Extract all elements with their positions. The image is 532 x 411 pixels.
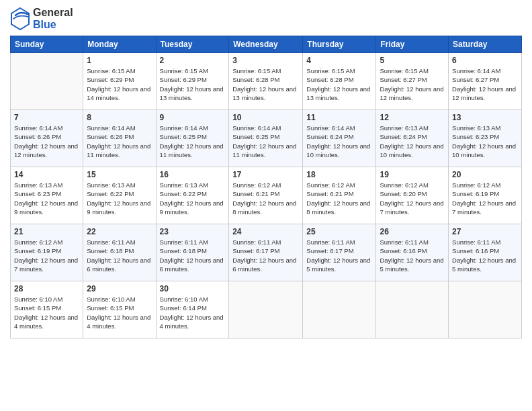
day-number: 9 <box>160 113 226 122</box>
calendar-cell: 24Sunrise: 6:11 AMSunset: 6:17 PMDayligh… <box>229 224 303 281</box>
day-number: 5 <box>380 56 445 65</box>
calendar-header-thursday: Thursday <box>303 36 376 53</box>
day-number: 15 <box>87 170 152 179</box>
day-number: 4 <box>306 56 372 65</box>
day-info: Sunrise: 6:13 AMSunset: 6:22 PMDaylight:… <box>160 181 226 216</box>
day-info: Sunrise: 6:15 AMSunset: 6:29 PMDaylight:… <box>87 66 152 102</box>
calendar-cell: 5Sunrise: 6:15 AMSunset: 6:27 PMDaylight… <box>376 53 449 110</box>
day-info: Sunrise: 6:12 AMSunset: 6:21 PMDaylight:… <box>306 181 372 216</box>
day-number: 28 <box>14 284 79 293</box>
calendar-week-1: 7Sunrise: 6:14 AMSunset: 6:26 PMDaylight… <box>11 110 522 167</box>
day-info: Sunrise: 6:12 AMSunset: 6:21 PMDaylight:… <box>232 181 299 216</box>
calendar-cell: 14Sunrise: 6:13 AMSunset: 6:23 PMDayligh… <box>11 167 83 224</box>
day-info: Sunrise: 6:13 AMSunset: 6:23 PMDaylight:… <box>452 124 518 159</box>
day-info: Sunrise: 6:14 AMSunset: 6:26 PMDaylight:… <box>87 124 152 159</box>
calendar-cell: 9Sunrise: 6:14 AMSunset: 6:25 PMDaylight… <box>156 110 229 167</box>
day-info: Sunrise: 6:13 AMSunset: 6:24 PMDaylight:… <box>380 124 445 159</box>
day-info: Sunrise: 6:10 AMSunset: 6:14 PMDaylight:… <box>160 295 226 330</box>
day-number: 29 <box>87 284 152 293</box>
calendar-cell: 10Sunrise: 6:14 AMSunset: 6:25 PMDayligh… <box>229 110 303 167</box>
day-info: Sunrise: 6:15 AMSunset: 6:27 PMDaylight:… <box>380 66 445 102</box>
day-number: 3 <box>232 56 299 65</box>
day-info: Sunrise: 6:14 AMSunset: 6:26 PMDaylight:… <box>14 124 79 159</box>
day-info: Sunrise: 6:13 AMSunset: 6:22 PMDaylight:… <box>87 181 152 216</box>
calendar-week-0: 1Sunrise: 6:15 AMSunset: 6:29 PMDaylight… <box>11 53 522 110</box>
day-number: 7 <box>14 113 79 122</box>
calendar-cell: 17Sunrise: 6:12 AMSunset: 6:21 PMDayligh… <box>229 167 303 224</box>
day-info: Sunrise: 6:14 AMSunset: 6:25 PMDaylight:… <box>232 124 299 159</box>
logo-general: General <box>33 7 73 18</box>
day-number: 21 <box>14 227 79 236</box>
calendar-cell: 11Sunrise: 6:14 AMSunset: 6:24 PMDayligh… <box>303 110 376 167</box>
calendar-header-saturday: Saturday <box>449 36 522 53</box>
day-number: 16 <box>160 170 226 179</box>
day-info: Sunrise: 6:12 AMSunset: 6:20 PMDaylight:… <box>380 181 445 216</box>
day-info: Sunrise: 6:11 AMSunset: 6:17 PMDaylight:… <box>306 238 372 273</box>
day-number: 26 <box>380 227 445 236</box>
calendar-cell: 6Sunrise: 6:14 AMSunset: 6:27 PMDaylight… <box>449 53 522 110</box>
day-info: Sunrise: 6:14 AMSunset: 6:27 PMDaylight:… <box>452 66 518 102</box>
day-info: Sunrise: 6:12 AMSunset: 6:19 PMDaylight:… <box>14 238 79 273</box>
header: General Blue <box>10 7 522 30</box>
day-number: 23 <box>160 227 226 236</box>
calendar-header-row: SundayMondayTuesdayWednesdayThursdayFrid… <box>11 36 522 53</box>
calendar-cell: 29Sunrise: 6:10 AMSunset: 6:15 PMDayligh… <box>83 281 156 338</box>
day-number: 27 <box>452 227 518 236</box>
calendar-week-3: 21Sunrise: 6:12 AMSunset: 6:19 PMDayligh… <box>11 224 522 281</box>
day-number: 22 <box>87 227 152 236</box>
day-number: 11 <box>306 113 372 122</box>
calendar-cell: 20Sunrise: 6:12 AMSunset: 6:19 PMDayligh… <box>449 167 522 224</box>
calendar-cell: 23Sunrise: 6:11 AMSunset: 6:18 PMDayligh… <box>156 224 229 281</box>
day-info: Sunrise: 6:13 AMSunset: 6:23 PMDaylight:… <box>14 181 79 216</box>
day-number: 14 <box>14 170 79 179</box>
day-number: 6 <box>452 56 518 65</box>
calendar-cell: 7Sunrise: 6:14 AMSunset: 6:26 PMDaylight… <box>11 110 83 167</box>
calendar-cell: 13Sunrise: 6:13 AMSunset: 6:23 PMDayligh… <box>449 110 522 167</box>
calendar-cell: 18Sunrise: 6:12 AMSunset: 6:21 PMDayligh… <box>303 167 376 224</box>
calendar-header-tuesday: Tuesday <box>156 36 229 53</box>
day-info: Sunrise: 6:11 AMSunset: 6:17 PMDaylight:… <box>232 238 299 273</box>
day-info: Sunrise: 6:14 AMSunset: 6:24 PMDaylight:… <box>306 124 372 159</box>
day-info: Sunrise: 6:11 AMSunset: 6:18 PMDaylight:… <box>160 238 226 273</box>
day-info: Sunrise: 6:15 AMSunset: 6:29 PMDaylight:… <box>160 66 226 102</box>
day-number: 8 <box>87 113 152 122</box>
calendar-cell: 16Sunrise: 6:13 AMSunset: 6:22 PMDayligh… <box>156 167 229 224</box>
day-number: 18 <box>306 170 372 179</box>
calendar-week-4: 28Sunrise: 6:10 AMSunset: 6:15 PMDayligh… <box>11 281 522 338</box>
logo: General Blue <box>10 7 73 30</box>
calendar-cell <box>229 281 303 338</box>
calendar-cell: 21Sunrise: 6:12 AMSunset: 6:19 PMDayligh… <box>11 224 83 281</box>
day-info: Sunrise: 6:11 AMSunset: 6:18 PMDaylight:… <box>87 238 152 273</box>
day-info: Sunrise: 6:11 AMSunset: 6:16 PMDaylight:… <box>380 238 445 273</box>
calendar-week-2: 14Sunrise: 6:13 AMSunset: 6:23 PMDayligh… <box>11 167 522 224</box>
day-number: 19 <box>380 170 445 179</box>
calendar-cell: 3Sunrise: 6:15 AMSunset: 6:28 PMDaylight… <box>229 53 303 110</box>
calendar-cell: 12Sunrise: 6:13 AMSunset: 6:24 PMDayligh… <box>376 110 449 167</box>
calendar-cell: 1Sunrise: 6:15 AMSunset: 6:29 PMDaylight… <box>83 53 156 110</box>
day-number: 25 <box>306 227 372 236</box>
day-number: 24 <box>232 227 299 236</box>
calendar-cell: 28Sunrise: 6:10 AMSunset: 6:15 PMDayligh… <box>11 281 83 338</box>
logo-svg <box>10 7 30 30</box>
calendar-header-monday: Monday <box>83 36 156 53</box>
calendar-cell <box>303 281 376 338</box>
calendar-cell: 4Sunrise: 6:15 AMSunset: 6:28 PMDaylight… <box>303 53 376 110</box>
day-info: Sunrise: 6:15 AMSunset: 6:28 PMDaylight:… <box>306 66 372 102</box>
calendar-cell <box>449 281 522 338</box>
logo-text: General Blue <box>33 7 73 30</box>
calendar-cell: 27Sunrise: 6:11 AMSunset: 6:16 PMDayligh… <box>449 224 522 281</box>
calendar-cell <box>11 53 83 110</box>
day-number: 17 <box>232 170 299 179</box>
calendar-cell: 15Sunrise: 6:13 AMSunset: 6:22 PMDayligh… <box>83 167 156 224</box>
calendar-header-wednesday: Wednesday <box>229 36 303 53</box>
day-number: 10 <box>232 113 299 122</box>
day-info: Sunrise: 6:12 AMSunset: 6:19 PMDaylight:… <box>452 181 518 216</box>
day-info: Sunrise: 6:10 AMSunset: 6:15 PMDaylight:… <box>87 295 152 330</box>
calendar: SundayMondayTuesdayWednesdayThursdayFrid… <box>10 36 522 338</box>
day-info: Sunrise: 6:11 AMSunset: 6:16 PMDaylight:… <box>452 238 518 273</box>
calendar-cell <box>376 281 449 338</box>
day-number: 1 <box>87 56 152 65</box>
calendar-header-sunday: Sunday <box>11 36 83 53</box>
day-number: 20 <box>452 170 518 179</box>
page: General Blue SundayMondayTuesdayWednesda… <box>0 0 532 411</box>
